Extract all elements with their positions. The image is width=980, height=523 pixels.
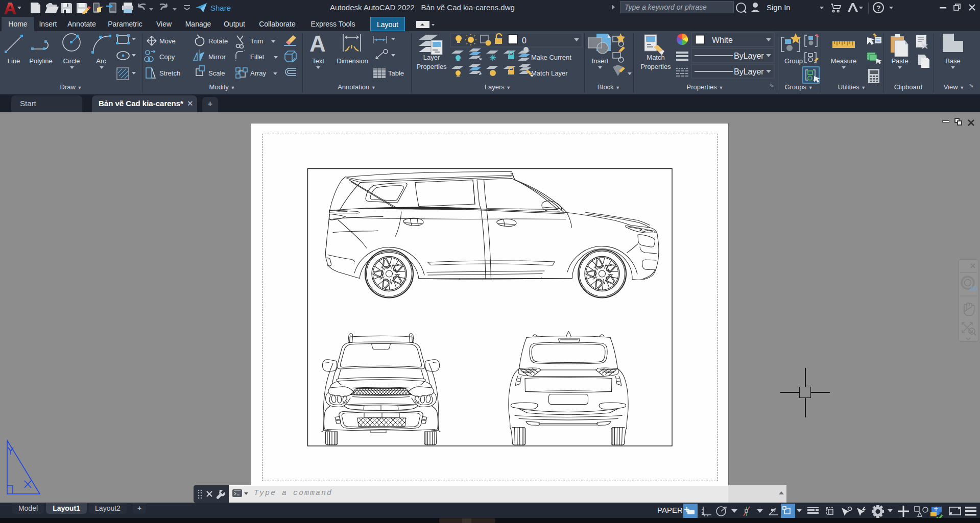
svg-text:2D: 2D (969, 285, 978, 292)
svg-text:White: White (712, 36, 733, 44)
svg-text:0: 0 (522, 36, 527, 45)
svg-text:Share: Share (210, 4, 231, 12)
svg-text:ByLayer: ByLayer (734, 67, 764, 76)
svg-text:A: A (309, 31, 326, 56)
svg-text:ByLayer: ByLayer (734, 52, 764, 60)
svg-text:?: ? (876, 4, 881, 12)
